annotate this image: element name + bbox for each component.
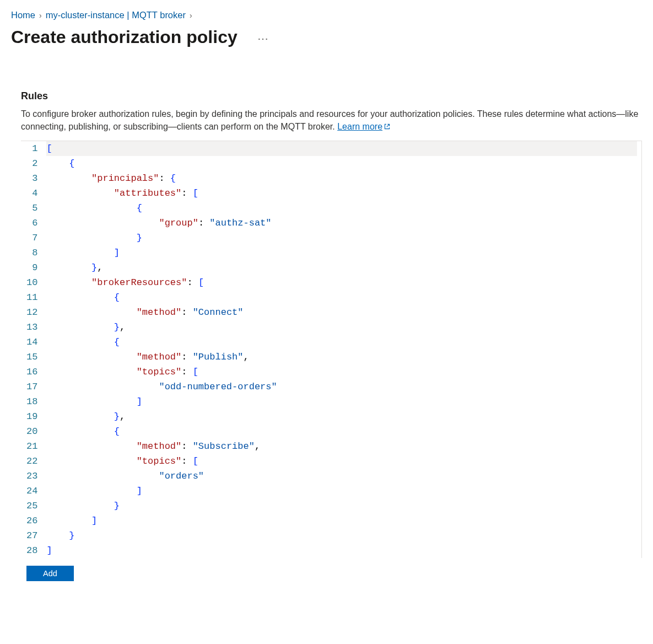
- rules-description: To configure broker authorization rules,…: [21, 108, 642, 133]
- json-code-editor[interactable]: 1234567891011121314151617181920212223242…: [21, 141, 642, 558]
- breadcrumb-home[interactable]: Home: [11, 10, 35, 20]
- rules-heading: Rules: [21, 90, 642, 102]
- learn-more-link[interactable]: Learn more: [337, 122, 391, 131]
- chevron-right-icon: ›: [39, 11, 42, 20]
- breadcrumb-cluster[interactable]: my-cluster-instance | MQTT broker: [46, 10, 186, 20]
- line-number-gutter: 1234567891011121314151617181920212223242…: [21, 141, 46, 558]
- code-content[interactable]: [ { "principals": { "attributes": [ { "g…: [46, 141, 641, 558]
- page-title: Create authorization policy: [11, 27, 238, 47]
- external-link-icon: [384, 123, 391, 130]
- chevron-right-icon: ›: [190, 11, 192, 20]
- more-actions-button[interactable]: ⋯: [254, 31, 272, 46]
- breadcrumb: Home › my-cluster-instance | MQTT broker…: [11, 10, 642, 20]
- add-button[interactable]: Add: [26, 566, 74, 581]
